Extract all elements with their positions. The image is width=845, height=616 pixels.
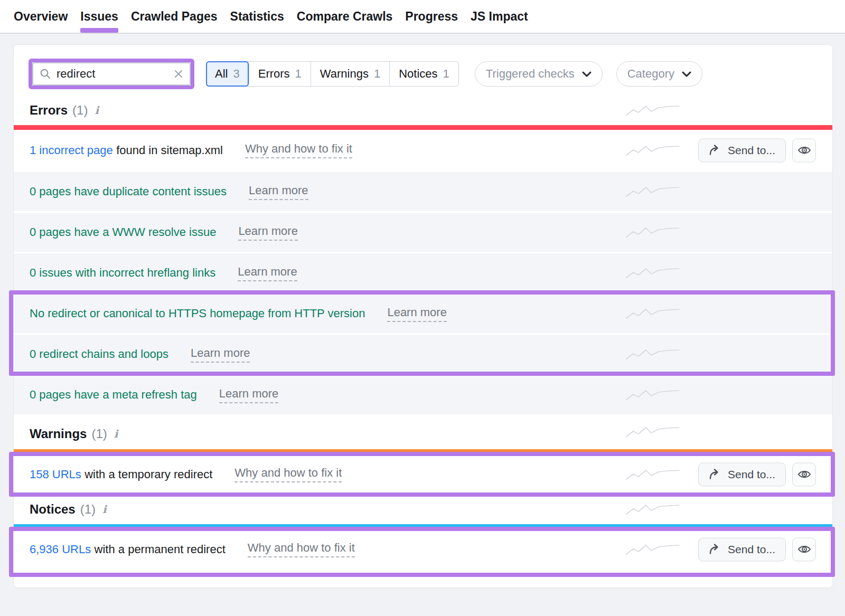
learn-more-link[interactable]: Learn more xyxy=(219,387,279,403)
issue-row-meta-refresh: 0 pages have a meta refresh tag Learn mo… xyxy=(14,374,832,414)
issue-row-hreflang: 0 issues with incorrect hreflang links L… xyxy=(14,252,832,292)
search-highlight-annotation xyxy=(29,59,194,89)
filter-errors-label: Errors xyxy=(258,67,290,81)
info-icon[interactable]: i xyxy=(102,503,107,516)
issue-row-permanent-redirect: 6,936 URLswith a permanent redirect Why … xyxy=(14,529,832,570)
notices-header: Notices (1) i xyxy=(14,495,832,524)
warnings-header: Warnings (1) i xyxy=(14,414,832,449)
issue-row-www-resolve: 0 pages have a WWW resolve issue Learn m… xyxy=(14,211,832,252)
eye-icon xyxy=(797,145,811,156)
triggered-checks-dropdown[interactable]: Triggered checks xyxy=(475,61,603,87)
tab-crawled-pages[interactable]: Crawled Pages xyxy=(131,0,218,33)
tab-overview[interactable]: Overview xyxy=(14,0,68,33)
send-to-button[interactable]: Send to... xyxy=(698,138,786,162)
info-icon[interactable]: i xyxy=(95,104,99,117)
notices-severity-bar xyxy=(14,524,832,529)
why-how-to-fix-link[interactable]: Why and how to fix it xyxy=(248,541,355,557)
trend-sparkline xyxy=(625,143,680,158)
issue-text: 0 pages have a meta refresh tag xyxy=(30,388,197,402)
learn-more-link[interactable]: Learn more xyxy=(249,184,308,200)
view-issue-button[interactable] xyxy=(792,138,816,162)
tab-statistics[interactable]: Statistics xyxy=(230,0,284,33)
filter-notices-label: Notices xyxy=(399,67,437,81)
view-issue-button[interactable] xyxy=(792,537,816,561)
eye-icon xyxy=(797,469,811,480)
warnings-severity-bar xyxy=(14,449,832,454)
share-arrow-icon xyxy=(709,469,721,480)
filter-errors-count: 1 xyxy=(295,67,302,81)
learn-more-link[interactable]: Learn more xyxy=(191,346,250,363)
share-arrow-icon xyxy=(709,544,721,555)
filter-all-label: All xyxy=(215,67,228,81)
learn-more-link[interactable]: Learn more xyxy=(387,306,447,322)
filter-warnings[interactable]: Warnings 1 xyxy=(311,62,390,86)
filter-bar: All 3 Errors 1 Warnings 1 Notices 1 Trig… xyxy=(14,45,832,96)
permanent-redirect-link[interactable]: 6,936 URLs xyxy=(30,543,91,556)
why-how-to-fix-link[interactable]: Why and how to fix it xyxy=(234,466,342,482)
issue-text: No redirect or canonical to HTTPS homepa… xyxy=(30,307,365,320)
category-dropdown[interactable]: Category xyxy=(616,61,702,87)
chevron-down-icon xyxy=(582,71,592,77)
errors-header: Errors (1) i xyxy=(14,96,832,125)
filter-all[interactable]: All 3 xyxy=(206,61,249,87)
search-icon xyxy=(40,68,51,80)
errors-severity-bar xyxy=(14,125,832,130)
trend-sparkline xyxy=(625,306,680,321)
learn-more-link[interactable]: Learn more xyxy=(238,224,298,241)
issue-row-https-homepage: No redirect or canonical to HTTPS homepa… xyxy=(14,292,832,333)
filter-notices[interactable]: Notices 1 xyxy=(390,62,458,86)
incorrect-page-link[interactable]: 1 incorrect page xyxy=(30,144,113,157)
issue-text: 0 redirect chains and loops xyxy=(30,347,168,361)
temporary-redirect-link[interactable]: 158 URLs xyxy=(30,468,81,481)
why-how-to-fix-link[interactable]: Why and how to fix it xyxy=(245,142,352,158)
clear-search-icon[interactable] xyxy=(174,69,183,79)
errors-title: Errors xyxy=(30,103,68,118)
issue-row-redirect-chains: 0 redirect chains and loops Learn more xyxy=(14,333,832,374)
issue-text: with a temporary redirect xyxy=(84,468,212,481)
issue-row-duplicate-content: 0 pages have duplicate content issues Le… xyxy=(14,170,832,211)
trend-sparkline xyxy=(625,103,680,118)
temporary-redirect-highlight-group: 158 URLswith a temporary redirect Why an… xyxy=(14,454,832,495)
trend-sparkline xyxy=(625,502,680,517)
warnings-title: Warnings xyxy=(30,427,87,441)
issue-row-incorrect-page: 1 incorrect pagefound in sitemap.xml Why… xyxy=(14,130,832,170)
search-input[interactable] xyxy=(57,67,168,81)
trend-sparkline xyxy=(625,467,680,482)
top-nav: Overview Issues Crawled Pages Statistics… xyxy=(0,0,845,34)
filter-warnings-count: 1 xyxy=(374,67,380,81)
tab-issues[interactable]: Issues xyxy=(80,0,118,33)
issue-text: found in sitemap.xml xyxy=(116,144,223,157)
send-to-label: Send to... xyxy=(728,468,775,481)
notices-count: (1) xyxy=(80,502,96,517)
tab-progress[interactable]: Progress xyxy=(405,0,458,33)
learn-more-link[interactable]: Learn more xyxy=(238,265,297,281)
redirect-errors-highlight-group: No redirect or canonical to HTTPS homepa… xyxy=(14,292,832,374)
view-issue-button[interactable] xyxy=(792,462,816,486)
share-arrow-icon xyxy=(709,145,721,156)
issue-text: with a permanent redirect xyxy=(95,543,226,556)
site-audit-issues-page: Overview Issues Crawled Pages Statistics… xyxy=(0,0,845,616)
tab-js-impact[interactable]: JS Impact xyxy=(471,0,528,33)
warnings-count: (1) xyxy=(91,427,107,441)
category-label: Category xyxy=(627,67,674,81)
trend-sparkline xyxy=(625,266,680,280)
trend-sparkline xyxy=(625,225,680,240)
issue-row-temporary-redirect: 158 URLswith a temporary redirect Why an… xyxy=(14,454,832,495)
filter-errors[interactable]: Errors 1 xyxy=(249,62,311,86)
filter-all-count: 3 xyxy=(233,67,239,81)
info-icon[interactable]: i xyxy=(114,428,118,440)
filter-notices-count: 1 xyxy=(443,67,449,81)
send-to-button[interactable]: Send to... xyxy=(698,462,786,486)
issue-text: 0 pages have duplicate content issues xyxy=(30,185,227,198)
permanent-redirect-highlight-group: 6,936 URLswith a permanent redirect Why … xyxy=(14,529,832,570)
send-to-button[interactable]: Send to... xyxy=(698,537,786,561)
send-to-label: Send to... xyxy=(728,144,775,157)
issue-text: 0 pages have a WWW resolve issue xyxy=(30,225,216,239)
trend-sparkline xyxy=(625,424,680,439)
notices-title: Notices xyxy=(30,502,76,517)
trend-sparkline xyxy=(625,184,680,199)
send-to-label: Send to... xyxy=(728,543,775,556)
tab-compare-crawls[interactable]: Compare Crawls xyxy=(297,0,393,33)
search-box[interactable] xyxy=(32,62,191,86)
issue-text: 0 issues with incorrect hreflang links xyxy=(30,266,215,280)
